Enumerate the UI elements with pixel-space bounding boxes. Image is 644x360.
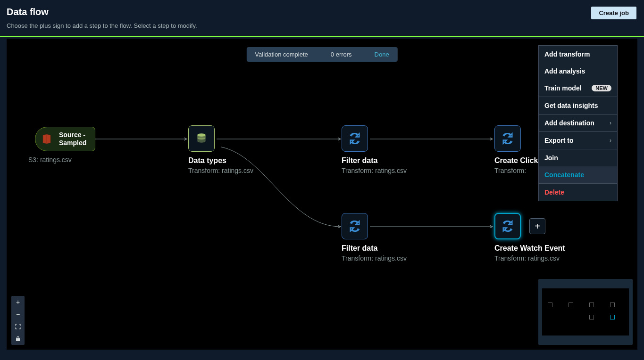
transform-icon bbox=[501, 220, 514, 233]
menu-add-analysis[interactable]: Add analysis bbox=[539, 63, 617, 80]
node-datatypes[interactable]: Data types Transform: ratings.csv bbox=[188, 125, 253, 174]
menu-add-destination[interactable]: Add destination › bbox=[539, 114, 617, 131]
create-job-button[interactable]: Create job bbox=[591, 7, 636, 19]
validation-errors: 0 errors bbox=[331, 51, 352, 58]
zoom-in-button[interactable]: + bbox=[11, 296, 25, 308]
page-subtitle: Choose the plus sign to add a step to th… bbox=[7, 22, 197, 29]
database-icon bbox=[195, 132, 208, 145]
context-menu: Add transform Add analysis Train model N… bbox=[538, 45, 618, 201]
datatypes-sub: Transform: ratings.csv bbox=[188, 167, 253, 174]
transform-icon bbox=[348, 220, 361, 233]
transform-icon bbox=[348, 132, 361, 145]
menu-train-model[interactable]: Train model NEW bbox=[539, 80, 617, 97]
node-create-click[interactable]: Create Click Transform: bbox=[494, 125, 538, 174]
source-line2: Sampled bbox=[59, 139, 86, 147]
lock-icon bbox=[16, 336, 20, 342]
validation-bar: Validation complete 0 errors Done bbox=[246, 47, 397, 62]
validation-status: Validation complete bbox=[255, 51, 308, 58]
node-filter-1[interactable]: Filter data Transform: ratings.csv bbox=[342, 125, 407, 174]
zoom-lock-button[interactable] bbox=[11, 333, 25, 345]
transform-icon bbox=[501, 132, 514, 145]
menu-join[interactable]: Join bbox=[539, 149, 617, 166]
watch-sub: Transform: ratings.csv bbox=[494, 254, 565, 262]
datatypes-title: Data types bbox=[188, 156, 253, 165]
validation-done-button[interactable]: Done bbox=[375, 51, 389, 58]
chevron-right-icon: › bbox=[610, 137, 611, 144]
minimap[interactable] bbox=[538, 279, 633, 345]
click-sub: Transform: bbox=[494, 167, 538, 174]
source-subtitle: S3: ratings.csv bbox=[28, 156, 95, 164]
filter2-sub: Transform: ratings.csv bbox=[342, 254, 407, 262]
node-source[interactable]: Source - Sampled S3: ratings.csv bbox=[35, 127, 95, 164]
filter1-title: Filter data bbox=[342, 156, 407, 165]
zoom-fit-button[interactable] bbox=[11, 320, 25, 333]
watch-title: Create Watch Event bbox=[494, 244, 565, 253]
zoom-out-button[interactable]: − bbox=[11, 308, 25, 320]
flow-canvas[interactable]: Source - Sampled S3: ratings.csv Data ty… bbox=[7, 39, 637, 350]
node-filter-2[interactable]: Filter data Transform: ratings.csv bbox=[342, 213, 407, 262]
filter1-sub: Transform: ratings.csv bbox=[342, 167, 407, 174]
svg-rect-5 bbox=[16, 338, 20, 341]
menu-delete[interactable]: Delete bbox=[539, 183, 617, 201]
plus-icon: + bbox=[535, 221, 540, 232]
menu-get-insights[interactable]: Get data insights bbox=[539, 97, 617, 114]
new-badge: NEW bbox=[592, 85, 611, 91]
chevron-right-icon: › bbox=[610, 120, 611, 126]
source-icon bbox=[40, 132, 53, 146]
menu-add-transform[interactable]: Add transform bbox=[539, 46, 617, 63]
page-title: Data flow bbox=[7, 7, 197, 17]
menu-export-to[interactable]: Export to › bbox=[539, 131, 617, 149]
zoom-controls: + − bbox=[11, 296, 25, 345]
minimap-viewport bbox=[542, 288, 629, 335]
source-line1: Source - bbox=[59, 131, 85, 139]
click-title: Create Click bbox=[494, 156, 538, 165]
fullscreen-icon bbox=[15, 324, 21, 329]
add-step-button[interactable]: + bbox=[529, 218, 545, 234]
filter2-title: Filter data bbox=[342, 244, 407, 253]
menu-concatenate[interactable]: Concatenate bbox=[539, 166, 617, 183]
